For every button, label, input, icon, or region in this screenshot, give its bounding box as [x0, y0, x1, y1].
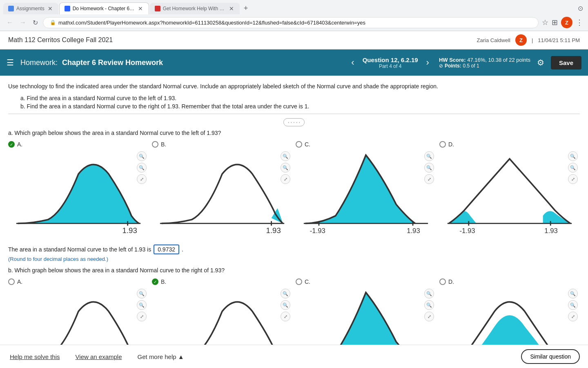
radio-a1[interactable] [8, 141, 15, 148]
tab-close-homework[interactable]: ✕ [137, 5, 144, 12]
tab-close-assignments[interactable]: ✕ [47, 5, 53, 12]
user-avatar-browser[interactable]: Z [561, 17, 572, 28]
prev-question-button[interactable]: ‹ [348, 56, 357, 70]
more-help-button[interactable]: Get more help ▲ [136, 352, 186, 362]
expand-b1[interactable]: ⤢ [281, 174, 290, 184]
lock-icon: 🔒 [50, 20, 56, 25]
zoom-out-d2[interactable]: 🔍 [568, 300, 578, 310]
choice-b1[interactable]: B. 🔍 🔍 ⤢ 1.93 [152, 141, 292, 238]
settings-icon[interactable]: ⚙ [537, 58, 544, 67]
radio-a2[interactable] [8, 278, 15, 285]
choice-d2-letter: D. [448, 278, 454, 285]
points-icon: ⊘ [439, 63, 443, 69]
radio-d1[interactable] [439, 141, 446, 148]
choice-a2-letter: A. [17, 278, 22, 285]
radio-c2[interactable] [296, 278, 302, 285]
zoom-in-c2[interactable]: 🔍 [424, 289, 434, 298]
next-question-button[interactable]: › [423, 56, 432, 70]
expand-c2[interactable]: ⤢ [424, 312, 434, 321]
part-a-hint[interactable]: (Round to four decimal places as needed.… [8, 256, 580, 262]
refresh-button[interactable]: ↻ [31, 17, 40, 28]
curve-svg-d1: -1.93 1.93 [441, 151, 578, 235]
expand-d2[interactable]: ⤢ [568, 312, 578, 321]
part-a-answer-dot: . [182, 246, 183, 253]
tab-favicon-chegg [155, 6, 160, 11]
zoom-out-b1[interactable]: 🔍 [281, 163, 290, 173]
zoom-in-d1[interactable]: 🔍 [568, 151, 578, 161]
radio-c1[interactable] [296, 141, 302, 148]
choice-d1-header: D. [439, 141, 580, 148]
curve-svg-a1: 1.93 [10, 151, 147, 235]
app-header-right: Zaria Caldwell Z | 11/04/21 5:11 PM [477, 34, 580, 46]
choice-b1-header: B. [152, 141, 292, 148]
zoom-in-b2[interactable]: 🔍 [281, 289, 290, 298]
choice-c1[interactable]: C. 🔍 🔍 ⤢ -1.93 1.93 [296, 141, 436, 238]
label-b1: 1.93 [266, 226, 281, 235]
extensions-icon[interactable]: ⊞ [552, 18, 558, 27]
zoom-out-c2[interactable]: 🔍 [424, 300, 434, 310]
tab-title-assignments: Assignments [16, 6, 45, 11]
choice-c1-header: C. [296, 141, 436, 148]
back-button[interactable]: ← [5, 17, 15, 28]
graph-a1: 🔍 🔍 ⤢ 1.93 [8, 149, 149, 238]
expand-b2[interactable]: ⤢ [281, 312, 290, 321]
expand-c1[interactable]: ⤢ [424, 174, 434, 184]
choice-c2-header: C. [296, 278, 436, 285]
user-avatar[interactable]: Z [515, 34, 527, 46]
hw-title: Homework: Chapter 6 Review Homework [20, 58, 163, 67]
points-label: Points: [445, 63, 461, 69]
curve-svg-b1: 1.93 [154, 151, 290, 235]
zoom-in-a2[interactable]: 🔍 [137, 289, 147, 298]
radio-d2[interactable] [439, 278, 446, 285]
zoom-out-a2[interactable]: 🔍 [137, 300, 147, 310]
url-bar[interactable]: 🔒 mathxl.com/Student/PlayerHomework.aspx… [43, 17, 539, 28]
tab-homework[interactable]: Do Homework - Chapter 6 Rev... ✕ [59, 2, 149, 14]
footer-right: Similar question [521, 349, 580, 364]
choice-b2-header: B. [152, 278, 292, 285]
new-tab-button[interactable]: + [241, 2, 252, 14]
save-button[interactable]: Save [551, 56, 581, 70]
shade-c1 [305, 155, 415, 223]
view-example-button[interactable]: View an example [74, 352, 124, 362]
zoom-out-a1[interactable]: 🔍 [137, 163, 147, 173]
menu-icon[interactable]: ⋮ [576, 18, 583, 27]
choice-c2-letter: C. [305, 278, 310, 285]
expand-a2[interactable]: ⤢ [137, 312, 147, 321]
help-solve-button[interactable]: Help me solve this [8, 352, 62, 362]
question-number: Question 12, 6.2.19 [363, 56, 418, 63]
tab-favicon [8, 6, 14, 11]
zoom-in-c1[interactable]: 🔍 [424, 151, 434, 161]
choice-d2-header: D. [439, 278, 580, 285]
hw-prefix: Homework: [20, 58, 58, 67]
tab-bar: Assignments ✕ Do Homework - Chapter 6 Re… [0, 0, 588, 14]
zoom-in-b1[interactable]: 🔍 [281, 151, 290, 161]
zoom-out-c1[interactable]: 🔍 [424, 163, 434, 173]
similar-question-button[interactable]: Similar question [521, 349, 580, 364]
choice-a1[interactable]: A. 🔍 🔍 ⤢ 1.93 [8, 141, 149, 238]
star-icon[interactable]: ☆ [542, 18, 548, 27]
datetime: 11/04/21 5:11 PM [538, 37, 580, 43]
tab-assignments[interactable]: Assignments ✕ [3, 3, 58, 14]
expand-d1[interactable]: ⤢ [568, 174, 578, 184]
forward-button[interactable]: → [18, 17, 28, 28]
zoom-out-d1[interactable]: 🔍 [568, 163, 578, 173]
footer: Help me solve this View an example Get m… [0, 345, 588, 368]
tab-close-chegg[interactable]: ✕ [228, 5, 235, 12]
zoom-in-d2[interactable]: 🔍 [568, 289, 578, 298]
hw-menu-icon[interactable]: ☰ [7, 58, 14, 67]
zoom-in-a1[interactable]: 🔍 [137, 151, 147, 161]
radio-b1[interactable] [152, 141, 158, 148]
hw-score-label: HW Score: 47.16%, 10.38 of 22 points [439, 57, 530, 63]
graph-c1-icons: 🔍 🔍 ⤢ [424, 151, 434, 184]
tab-chegg[interactable]: Get Homework Help With Che... ✕ [150, 3, 240, 14]
part-a-choices: A. 🔍 🔍 ⤢ 1.93 [8, 141, 580, 238]
choice-d1[interactable]: D. 🔍 🔍 ⤢ -1.93 1.93 [439, 141, 580, 238]
part-a-answer-box[interactable]: 0.9732 [154, 245, 179, 254]
zoom-out-b2[interactable]: 🔍 [281, 300, 290, 310]
expand-a1[interactable]: ⤢ [137, 174, 147, 184]
radio-b2[interactable] [152, 278, 158, 285]
collapse-button[interactable]: · · · · · [283, 118, 305, 126]
sub-item-b: b. Find the area in a standard Normal cu… [20, 103, 580, 110]
tab-history-button[interactable]: ⊙ [576, 3, 585, 14]
graph-c1: 🔍 🔍 ⤢ -1.93 1.93 [296, 149, 436, 238]
